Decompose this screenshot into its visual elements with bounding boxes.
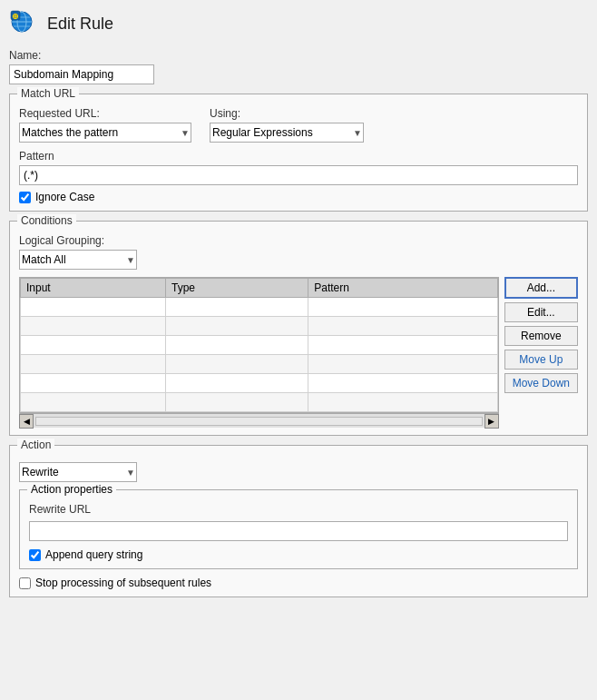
add-condition-button[interactable]: Add... [504,277,578,299]
action-legend: Action [17,439,54,451]
move-down-button[interactable]: Move Down [504,373,578,393]
stop-processing-checkbox[interactable] [19,577,31,589]
rewrite-url-input[interactable] [29,521,568,541]
scroll-right-icon[interactable]: ▶ [484,414,499,429]
scroll-track [35,417,483,426]
using-select-wrapper: Regular Expressions Wildcards Exact Matc… [210,123,364,143]
col-header-type: Type [166,279,308,298]
pattern-label: Pattern [19,150,578,163]
conditions-table-area: Input Type Pattern [19,277,578,428]
ignore-case-row: Ignore Case [19,191,578,203]
logical-grouping-label: Logical Grouping: [19,234,578,247]
table-row [21,355,498,374]
append-query-checkbox[interactable] [29,549,41,561]
action-properties-legend: Action properties [27,483,116,496]
name-input[interactable] [9,64,154,84]
table-row [21,298,498,317]
name-label: Name: [9,49,588,62]
action-section: Action Rewrite Redirect Custom Response … [9,445,588,597]
remove-condition-button[interactable]: Remove [504,326,578,346]
conditions-legend: Conditions [17,214,76,227]
rewrite-url-label: Rewrite URL [29,503,568,516]
requested-url-select-wrapper: Matches the pattern Does Not Match the P… [19,123,191,143]
logical-grouping-select[interactable]: Match All Match Any [19,250,137,270]
table-row [21,374,498,393]
match-url-legend: Match URL [17,87,79,100]
using-label: Using: [210,107,364,120]
edit-condition-button[interactable]: Edit... [504,302,578,322]
table-scrollbar[interactable]: ◀ ▶ [19,413,499,428]
table-row [21,317,498,336]
page-title: Edit Rule [47,15,113,34]
logical-grouping-wrapper: Match All Match Any ▼ [19,250,137,270]
svg-text:⊕: ⊕ [12,12,19,21]
table-row [21,393,498,412]
conditions-table-wrapper: Input Type Pattern [19,277,499,413]
ignore-case-label: Ignore Case [35,191,94,203]
globe-icon: ⊕ [9,9,38,38]
action-properties-box: Action properties Rewrite URL Append que… [19,489,578,569]
conditions-buttons: Add... Edit... Remove Move Up Move Down [504,277,578,428]
table-row [21,336,498,355]
name-section: Name: [9,49,588,84]
match-url-section: Match URL Requested URL: Matches the pat… [9,94,588,212]
pattern-input[interactable] [19,165,578,185]
col-header-pattern: Pattern [308,279,497,298]
conditions-section: Conditions Logical Grouping: Match All M… [9,221,588,436]
append-query-label: Append query string [45,548,142,561]
stop-processing-row: Stop processing of subsequent rules [19,577,578,589]
action-select[interactable]: Rewrite Redirect Custom Response Abort R… [19,462,137,482]
move-up-button[interactable]: Move Up [504,350,578,370]
requested-url-select[interactable]: Matches the pattern Does Not Match the P… [19,123,191,143]
stop-processing-label: Stop processing of subsequent rules [35,577,211,589]
col-header-input: Input [21,279,166,298]
using-select[interactable]: Regular Expressions Wildcards Exact Matc… [210,123,364,143]
ignore-case-checkbox[interactable] [19,192,31,203]
conditions-table: Input Type Pattern [20,278,498,412]
requested-url-label: Requested URL: [19,107,191,120]
scroll-left-icon[interactable]: ◀ [19,414,34,429]
page-header: ⊕ Edit Rule [9,9,588,38]
action-select-wrapper: Rewrite Redirect Custom Response Abort R… [19,462,137,482]
